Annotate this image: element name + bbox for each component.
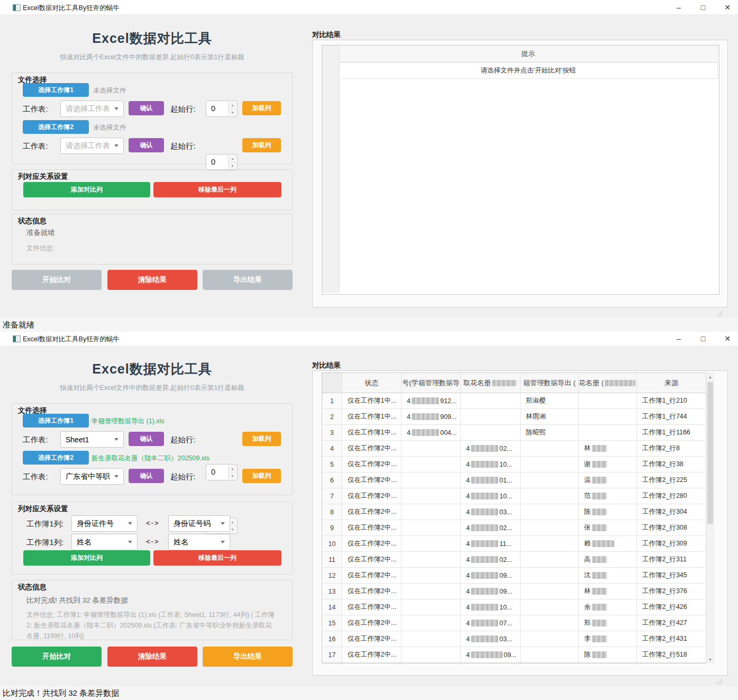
result-row[interactable]: 15仅在工作簿2中...407...郑工作簿2_行427 (322, 615, 706, 631)
w1-start-compare-button[interactable]: 开始比对 (12, 270, 102, 290)
w1-confirm2-button[interactable]: 确认 (129, 138, 164, 152)
w1-sheet2-select[interactable]: 请选择工作表 (60, 138, 124, 154)
w2-confirm1-button[interactable]: 确认 (129, 432, 164, 446)
w2-start-compare-button[interactable]: 开始比对 (12, 647, 102, 667)
w2-clear-results-button[interactable]: 清除结果 (107, 647, 197, 667)
w2-export-results-button[interactable]: 导出结果 (203, 647, 293, 667)
scroll-up-icon[interactable]: ▲ (706, 372, 714, 381)
w1-results-label: 对比结果 (312, 30, 341, 40)
map-arrow: <-> (146, 538, 160, 546)
result-row[interactable]: 12仅在工作簿2中...409...沈工作簿2_行345 (322, 568, 706, 584)
w2-column-header[interactable]: 取花名册 (461, 373, 521, 393)
w2-column-header[interactable]: 籍管理数据导出 ( (521, 373, 579, 393)
w2-pick-workbook2-button[interactable]: 选择工作簿2 (23, 451, 89, 465)
w2-load-cols1-button[interactable]: 加载列 (242, 432, 281, 446)
w2-confirm2-button[interactable]: 确认 (129, 469, 164, 483)
result-row[interactable]: 9仅在工作簿2中...402...张工作簿2_行308 (322, 520, 706, 536)
w2-startrow1-spinner[interactable]: 0 ▲▼ (206, 464, 238, 480)
result-row[interactable]: 5仅在工作簿2中...410...谢工作簿2_行38 (322, 457, 706, 472)
w1-startrow2-spinner[interactable]: 0 ▲▼ (206, 154, 238, 170)
result-row[interactable]: 2仅在工作簿1中...4909...林雨湘工作簿1_行744 (322, 409, 706, 425)
w2-add-column-button[interactable]: 添加对比列 (23, 550, 150, 566)
table-cell: 401... (461, 472, 521, 488)
close-icon[interactable]: ✕ (719, 2, 735, 13)
w1-file2-name: 未选择文件 (93, 123, 126, 132)
w2-map2-left-select[interactable]: 姓名 (71, 534, 138, 550)
result-row[interactable]: 3仅在工作簿1中...4004...陈昭熙工作簿1_行1166 (322, 425, 706, 441)
result-row[interactable]: 7仅在工作簿2中...410...范工作簿2_行280 (322, 488, 706, 504)
w2-sheet1-select[interactable]: Sheet1 (60, 431, 124, 448)
row-number: 4 (322, 441, 342, 457)
maximize-icon[interactable]: □ (695, 333, 711, 344)
spin-up-icon[interactable]: ▲ (229, 102, 236, 109)
w2-load-cols2-button[interactable]: 加载列 (242, 469, 281, 483)
maximize-icon[interactable]: □ (695, 2, 711, 13)
w2-column-header[interactable]: 状态 (342, 373, 402, 393)
result-row[interactable]: 1仅在工作簿1中...4912...郑淑樱工作簿1_行210 (322, 393, 706, 409)
w2-pick-workbook1-button[interactable]: 选择工作簿1 (23, 414, 89, 428)
w1-pick-workbook2-button[interactable]: 选择工作簿2 (23, 120, 89, 134)
result-row[interactable]: 16仅在工作簿2中...403...李工作簿2_行431 (322, 631, 706, 647)
w1-pick-workbook1-button[interactable]: 选择工作簿1 (23, 83, 89, 97)
window2-titlebar[interactable]: Excel数据对比工具By狂奔的蜗牛 – □ ✕ (0, 332, 738, 346)
window1-titlebar[interactable]: Excel数据对比工具By狂奔的蜗牛 – □ ✕ (0, 0, 738, 14)
w1-load-cols2-button[interactable]: 加载列 (242, 138, 281, 152)
w2-startrow2-label: 起始行: (170, 472, 196, 482)
w2-sheet1-label: 工作表: (23, 435, 48, 445)
row-number: 9 (322, 520, 342, 536)
result-row[interactable]: 8仅在工作簿2中...403...陈工作簿2_行304 (322, 504, 706, 520)
row-number: 7 (322, 488, 342, 504)
censored-text (592, 493, 607, 499)
table-cell: 402... (461, 520, 521, 536)
w2-column-header[interactable]: 花名册 ( (579, 373, 637, 393)
result-row[interactable]: 11仅在工作簿2中...402...高工作簿2_行311 (322, 552, 706, 568)
table-cell: 4912... (402, 393, 461, 409)
w2-column-header[interactable]: 号(学籍管理数据导 (402, 373, 461, 393)
spin-up-icon[interactable]: ▲ (229, 465, 236, 472)
table-cell: 工作簿2_行308 (637, 520, 706, 536)
w1-add-column-button[interactable]: 添加对比列 (23, 182, 150, 197)
table-cell: 407... (461, 615, 521, 631)
censored-text (605, 380, 635, 386)
w1-startrow1-spinner[interactable]: 0 ▲▼ (206, 101, 238, 117)
spin-down-icon[interactable]: ▼ (229, 109, 236, 116)
resize-grip[interactable] (715, 677, 723, 685)
w2-map1-right-select[interactable]: 身份证号码 (168, 515, 230, 532)
result-row[interactable]: 13仅在工作簿2中...409...林工作簿2_行376 (322, 584, 706, 599)
result-row[interactable]: 6仅在工作簿2中...401...温工作簿2_行225 (322, 472, 706, 488)
w1-sheet1-select[interactable]: 请选择工作表 (60, 101, 124, 117)
result-row[interactable]: 14仅在工作簿2中...410...余工作簿2_行426 (322, 599, 706, 615)
w2-sheet2-select[interactable]: 广东省中等职 (60, 468, 124, 485)
censored-text (471, 493, 498, 499)
w1-confirm1-button[interactable]: 确认 (129, 101, 164, 115)
w2-map2-right-select[interactable]: 姓名 (168, 534, 230, 550)
spin-up-icon[interactable]: ▲ (229, 155, 236, 162)
result-row[interactable]: 17仅在工作簿2中...409...陈工作簿2_行518 (322, 647, 706, 663)
censored-text (471, 588, 498, 595)
table-cell: 409... (461, 584, 521, 599)
close-icon[interactable]: ✕ (719, 333, 735, 344)
censored-text (592, 620, 607, 626)
resize-grip[interactable] (715, 310, 723, 317)
w2-column-header[interactable]: 来源 (637, 373, 706, 393)
w2-table-scrollbar[interactable]: ▲ ▼ (706, 372, 714, 663)
scrollbar-thumb[interactable] (707, 382, 713, 524)
w1-remove-column-button[interactable]: 移除最后一列 (153, 182, 281, 197)
w2-table-header-row: 状态号(学籍管理数据导取花名册 籍管理数据导出 (花名册 (来源 (322, 373, 706, 393)
w2-remove-column-button[interactable]: 移除最后一列 (153, 550, 281, 566)
minimize-icon[interactable]: – (671, 2, 687, 13)
w2-map1-left-select[interactable]: 身份证件号 (71, 515, 138, 532)
w1-header-hint[interactable]: 提示 (339, 46, 718, 62)
w1-load-cols1-button[interactable]: 加载列 (242, 101, 281, 115)
spin-down-icon[interactable]: ▼ (229, 472, 236, 479)
result-row[interactable]: 10仅在工作簿2中...411...赖工作簿2_行309 (322, 536, 706, 552)
w1-clear-results-button[interactable]: 清除结果 (107, 270, 197, 290)
censored-text (471, 508, 498, 515)
w1-result-row[interactable]: 1 请选择文件并点击'开始比对'按钮 (322, 62, 719, 79)
spin-down-icon[interactable]: ▼ (229, 162, 236, 169)
w1-export-results-button[interactable]: 导出结果 (203, 270, 293, 290)
result-row[interactable]: 4仅在工作簿2中...402...林工作簿2_行8 (322, 441, 706, 457)
minimize-icon[interactable]: – (671, 333, 687, 344)
scroll-down-icon[interactable]: ▼ (706, 655, 714, 663)
w2-corner-cell[interactable] (322, 373, 342, 393)
